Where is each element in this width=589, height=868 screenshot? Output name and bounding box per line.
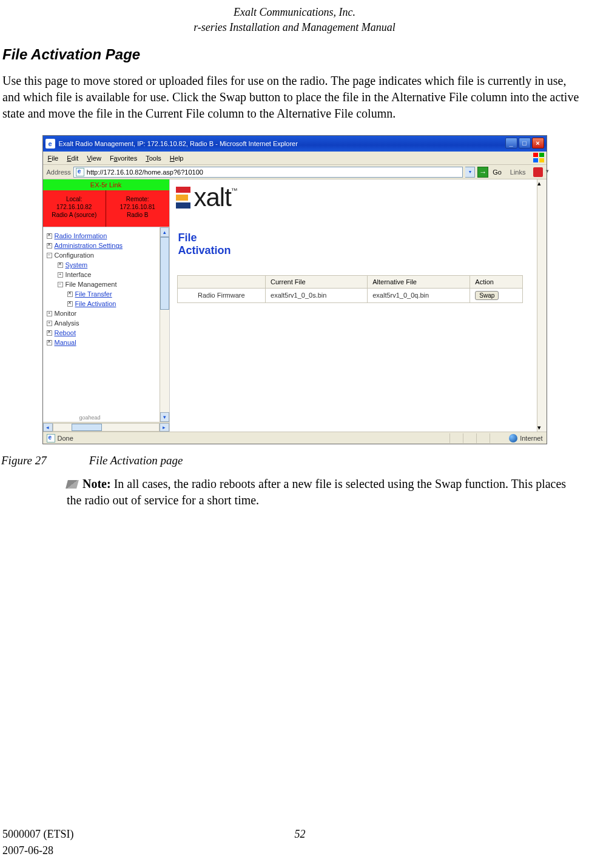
logo-bar-red: [176, 187, 190, 193]
status-zone: Internet: [520, 435, 542, 442]
nav-system[interactable]: System: [47, 260, 160, 270]
windows-flag-icon: [533, 153, 544, 162]
minimize-button[interactable]: _: [505, 138, 517, 149]
box-icon: [47, 340, 52, 346]
page-title-line2: Activation: [178, 244, 537, 257]
th-alternative: Alternative File: [368, 275, 470, 288]
box-icon: [67, 292, 73, 297]
row-alternative: exalt5rv1_0_0q.bin: [368, 288, 470, 302]
links-label: Links: [510, 169, 526, 176]
nav-admin-settings[interactable]: Administration Settings: [47, 241, 160, 250]
note-text: In all cases, the radio reboots after a …: [67, 477, 566, 507]
th-action: Action: [470, 275, 522, 288]
logo-bar-blue: [176, 202, 190, 209]
radio-local-role: Radio A (source): [43, 211, 106, 219]
window-title: Exalt Radio Management, IP: 172.16.10.82…: [59, 140, 298, 147]
nav-vscrollbar[interactable]: ▴ ▾: [160, 227, 169, 422]
address-input[interactable]: http://172.16.10.82/home.asp?6?10100: [73, 167, 463, 178]
address-bar: Address http://172.16.10.82/home.asp?6?1…: [43, 165, 547, 179]
address-dropdown-icon[interactable]: ▾: [465, 167, 475, 178]
menu-tools[interactable]: Tools: [146, 155, 161, 162]
globe-icon: [509, 434, 517, 442]
status-cells: [449, 433, 503, 443]
link-header: EX-5r Link: [43, 179, 169, 190]
scroll-down-icon[interactable]: ▾: [160, 412, 169, 422]
box-icon: [67, 301, 73, 307]
nav-radio-info[interactable]: Radio Information: [47, 231, 160, 241]
maximize-button[interactable]: □: [519, 138, 531, 149]
figure-caption: Figure 27 File Activation page: [1, 454, 589, 467]
main-vscrollbar[interactable]: ▴ ▾: [537, 179, 547, 432]
goahead-label: goahead: [79, 415, 101, 421]
status-done: Done: [58, 435, 73, 442]
figure-screenshot: e Exalt Radio Management, IP: 172.16.10.…: [42, 135, 547, 444]
nav-file-management[interactable]: File Management: [47, 279, 160, 289]
expand-icon[interactable]: [47, 311, 52, 316]
note-label: Note:: [82, 477, 111, 490]
box-icon: [47, 330, 52, 336]
address-value: http://172.16.10.82/home.asp?6?10100: [87, 169, 203, 176]
menu-edit[interactable]: Edit: [67, 155, 78, 162]
scroll-left-icon[interactable]: ◂: [43, 423, 53, 432]
nav-hscroll-thumb[interactable]: [72, 424, 102, 431]
nav-analysis[interactable]: Analysis: [47, 318, 160, 328]
footer-date: 2007-06-28: [2, 844, 587, 857]
menu-favorites[interactable]: Favorites: [110, 155, 137, 162]
scroll-down-icon[interactable]: ▾: [537, 424, 547, 432]
note-icon: [66, 480, 79, 489]
box-icon: [58, 262, 63, 268]
section-heading: File Activation Page: [2, 46, 589, 63]
nav-reboot[interactable]: Reboot: [47, 328, 160, 338]
go-button[interactable]: →: [477, 167, 488, 178]
page-footer: 5000007 (ETSI) 52 2007-06-28: [2, 828, 587, 857]
ie-icon: e: [45, 139, 55, 149]
nav-interface[interactable]: Interface: [47, 270, 160, 279]
box-icon: [47, 233, 52, 239]
nav-manual[interactable]: Manual: [47, 338, 160, 347]
pdf-icon[interactable]: [533, 167, 543, 177]
company-name: Exalt Communications, Inc.: [0, 5, 589, 20]
page-title-line1: File: [178, 232, 537, 244]
scroll-up-icon[interactable]: ▴: [160, 227, 169, 237]
radio-remote[interactable]: Remote: 172.16.10.81 Radio B: [106, 190, 169, 227]
radio-local-label: Local:: [43, 195, 106, 203]
scroll-right-icon[interactable]: ▸: [160, 423, 169, 432]
nav-scroll-thumb[interactable]: [160, 237, 169, 310]
row-current: exalt5rv1_0_0s.bin: [266, 288, 368, 302]
menubar: File Edit View Favorites Tools Help: [43, 152, 547, 165]
figure-number: Figure 27: [1, 454, 86, 467]
close-button[interactable]: ×: [532, 138, 544, 149]
note-block: Note: In all cases, the radio reboots af…: [67, 476, 583, 509]
nav-file-activation[interactable]: File Activation: [47, 299, 160, 309]
menu-help[interactable]: Help: [170, 155, 184, 162]
address-label: Address: [47, 169, 71, 176]
nav-configuration[interactable]: Configuration: [47, 250, 160, 260]
figure-caption-text: File Activation page: [89, 454, 183, 467]
menu-view[interactable]: View: [87, 155, 101, 162]
collapse-icon[interactable]: [58, 282, 63, 287]
body-paragraph: Use this page to move stored or uploaded…: [2, 73, 587, 122]
radio-remote-ip: 172.16.10.81: [106, 203, 169, 211]
menu-file[interactable]: File: [48, 155, 59, 162]
radio-local[interactable]: Local: 172.16.10.82 Radio A (source): [43, 190, 107, 227]
expand-icon[interactable]: [58, 272, 63, 278]
app-body: EX-5r Link Local: 172.16.10.82 Radio A (…: [43, 179, 547, 432]
collapse-icon[interactable]: [47, 253, 52, 258]
file-table: Current File Alternative File Action Rad…: [177, 275, 523, 303]
row-label: Radio Firmware: [177, 288, 266, 302]
th-blank: [177, 275, 266, 288]
doc-header: Exalt Communications, Inc. r-series Inst…: [0, 0, 589, 35]
logo-text: xalt: [194, 183, 231, 212]
nav-file-transfer[interactable]: File Transfer: [47, 289, 160, 299]
manual-name: r-series Installation and Management Man…: [0, 20, 589, 35]
logo-bar-orange: [176, 195, 188, 201]
box-icon: [47, 243, 52, 249]
nav-hscrollbar[interactable]: ◂ ▸: [43, 422, 169, 432]
go-label: Go: [493, 169, 502, 176]
scroll-up-icon[interactable]: ▴: [537, 179, 547, 187]
status-page-icon: [47, 434, 55, 442]
expand-icon[interactable]: [47, 321, 52, 326]
nav-monitor[interactable]: Monitor: [47, 309, 160, 318]
swap-button[interactable]: Swap: [475, 291, 499, 300]
th-current: Current File: [266, 275, 368, 288]
